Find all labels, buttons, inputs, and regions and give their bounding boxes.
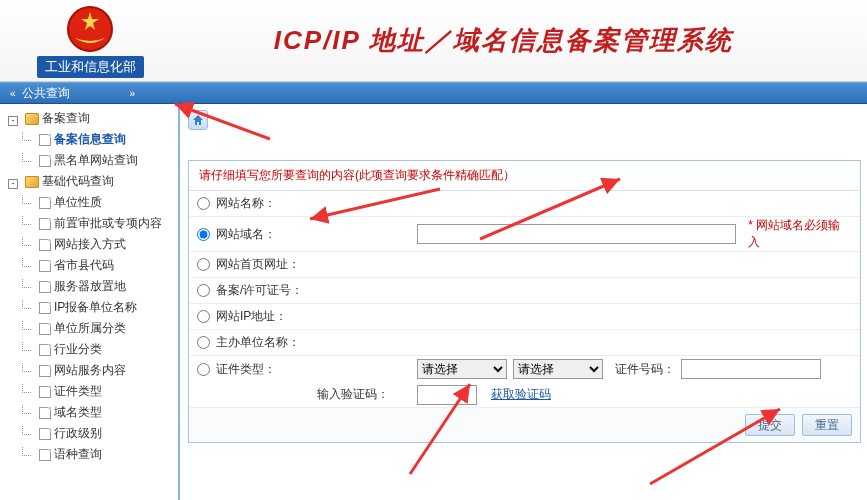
tree-branch-icon [22,134,36,146]
label-sponsor-name: 主办单位名称： [216,334,300,351]
captcha-label: 输入验证码： [197,386,417,403]
main: 备案查询备案信息查询黑名单网站查询基础代码查询单位性质前置审批或专项内容网站接入… [0,104,867,500]
navbar: « 公共查询 » [0,82,867,104]
collapse-right-icon[interactable]: » [130,88,136,99]
page-icon [39,218,51,230]
radio-sponsor-name[interactable] [197,336,210,349]
folder-icon [25,113,39,125]
content: 请仔细填写您所要查询的内容(此项查询要求条件精确匹配） 网站名称：网站域名：* … [180,104,867,500]
sidebar-item-label: 基础代码查询 [42,173,114,190]
hint-site-domain: * 网站域名必须输入 [748,217,852,251]
page-icon [39,449,51,461]
tree-branch-icon [22,449,36,461]
tree-branch-icon [22,365,36,377]
sidebar-item-g2-10[interactable]: 域名类型 [0,402,178,423]
site-title: ICP/IP 地址／域名信息备案管理系统 [180,23,867,58]
collapse-left-icon[interactable]: « [10,88,16,99]
sidebar-item-label: 黑名单网站查询 [54,152,138,169]
page-icon [39,155,51,167]
form-row-site-name: 网站名称： [189,191,860,217]
label-site-name: 网站名称： [216,195,276,212]
tree-branch-icon [22,218,36,230]
submit-button[interactable]: 提交 [745,414,795,436]
radio-homepage-url[interactable] [197,258,210,271]
tree-branch-icon [22,344,36,356]
national-emblem-icon [65,4,115,54]
sidebar-item-label: 域名类型 [54,404,102,421]
sidebar-item-label: 单位所属分类 [54,320,126,337]
sidebar-item-g2-5[interactable]: IP报备单位名称 [0,297,178,318]
tree-collapse-icon [8,113,22,125]
sidebar-item-label: 网站服务内容 [54,362,126,379]
sidebar-item-label: 证件类型 [54,383,102,400]
sidebar-item-g2-11[interactable]: 行政级别 [0,423,178,444]
sidebar-item-g2-4[interactable]: 服务器放置地 [0,276,178,297]
sidebar: 备案查询备案信息查询黑名单网站查询基础代码查询单位性质前置审批或专项内容网站接入… [0,104,180,500]
label-site-domain: 网站域名： [216,226,276,243]
sidebar-item-label: 备案查询 [42,110,90,127]
page-icon [39,386,51,398]
query-form: 请仔细填写您所要查询的内容(此项查询要求条件精确匹配） 网站名称：网站域名：* … [188,160,861,443]
form-row-site-ip: 网站IP地址： [189,304,860,330]
sidebar-item-g2-2[interactable]: 网站接入方式 [0,234,178,255]
sidebar-item-label: 网站接入方式 [54,236,126,253]
form-row-id-type: 证件类型：请选择请选择证件号码： [189,356,860,382]
select-id-type-1[interactable]: 请选择 [513,359,603,379]
get-captcha-link[interactable]: 获取验证码 [491,386,551,403]
page-icon [39,323,51,335]
tree-branch-icon [22,428,36,440]
label-license-no: 备案/许可证号： [216,282,303,299]
reset-button[interactable]: 重置 [802,414,852,436]
navbar-title: 公共查询 [22,85,70,102]
page-icon [39,134,51,146]
page-icon [39,281,51,293]
page-icon [39,239,51,251]
id-number-input[interactable] [681,359,821,379]
captcha-row: 输入验证码： 获取验证码 [189,382,860,408]
sidebar-item-g2-3[interactable]: 省市县代码 [0,255,178,276]
sidebar-item-label: 语种查询 [54,446,102,463]
radio-site-name[interactable] [197,197,210,210]
sidebar-item-g2-7[interactable]: 行业分类 [0,339,178,360]
tree-branch-icon [22,197,36,209]
folder-icon [25,176,39,188]
sidebar-item-label: 前置审批或专项内容 [54,215,162,232]
sidebar-item-g2-9[interactable]: 证件类型 [0,381,178,402]
page-icon [39,365,51,377]
home-button[interactable] [188,110,208,130]
sidebar-group-beian[interactable]: 备案查询 [0,108,178,129]
radio-site-domain[interactable] [197,228,210,241]
form-row-sponsor-name: 主办单位名称： [189,330,860,356]
radio-site-ip[interactable] [197,310,210,323]
sidebar-item-label: 服务器放置地 [54,278,126,295]
page-icon [39,197,51,209]
sidebar-item-label: 行政级别 [54,425,102,442]
select-id-type-0[interactable]: 请选择 [417,359,507,379]
form-instruction: 请仔细填写您所要查询的内容(此项查询要求条件精确匹配） [189,161,860,191]
sidebar-item-label: IP报备单位名称 [54,299,137,316]
tree-branch-icon [22,155,36,167]
tree-collapse-icon [8,176,22,188]
tree-branch-icon [22,239,36,251]
tree-branch-icon [22,323,36,335]
radio-license-no[interactable] [197,284,210,297]
tree-branch-icon [22,407,36,419]
sidebar-item-label: 备案信息查询 [54,131,126,148]
header: 工业和信息化部 ICP/IP 地址／域名信息备案管理系统 [0,0,867,82]
sidebar-item-g2-6[interactable]: 单位所属分类 [0,318,178,339]
form-row-homepage-url: 网站首页网址： [189,252,860,278]
sidebar-item-g2-12[interactable]: 语种查询 [0,444,178,465]
radio-id-type[interactable] [197,363,210,376]
tree-branch-icon [22,260,36,272]
form-row-license-no: 备案/许可证号： [189,278,860,304]
sidebar-item-g2-0[interactable]: 单位性质 [0,192,178,213]
sidebar-item-label: 省市县代码 [54,257,114,274]
captcha-input[interactable] [417,385,477,405]
sidebar-item-g2-8[interactable]: 网站服务内容 [0,360,178,381]
sidebar-item-g2-1[interactable]: 前置审批或专项内容 [0,213,178,234]
sidebar-item-g1-1[interactable]: 黑名单网站查询 [0,150,178,171]
sidebar-group-code[interactable]: 基础代码查询 [0,171,178,192]
label-site-ip: 网站IP地址： [216,308,287,325]
input-site-domain[interactable] [417,224,736,244]
sidebar-item-g1-0[interactable]: 备案信息查询 [0,129,178,150]
